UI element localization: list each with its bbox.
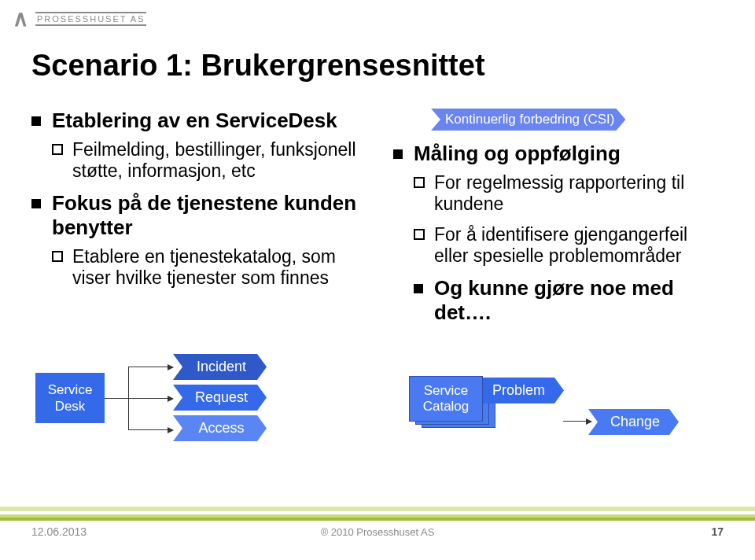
left-bullet-2: Fokus på de tjenestene kunden benytter E… — [31, 191, 362, 289]
right-column: Kontinuerlig forbedring (CSI) Måling og … — [393, 109, 724, 334]
csi-pill: Kontinuerlig forbedring (CSI) — [431, 109, 625, 131]
access-chevron: Access — [173, 415, 267, 441]
connector-to-incident — [128, 367, 173, 367]
right-bullet-1: Måling og oppfølging For regelmessig rap… — [393, 142, 724, 267]
footer-page-number: 17 — [711, 525, 724, 538]
footer-copyright: ® 2010 Prosesshuset AS — [321, 526, 435, 538]
connector-to-access — [128, 429, 173, 430]
process-diagram: ServiceDesk Incident Request Access Serv… — [31, 354, 724, 456]
problem-chevron: Problem — [470, 378, 564, 403]
change-chevron: Change — [588, 409, 679, 435]
left-bullet-2-sub-1: Etablere en tjenestekatalog, som viser h… — [52, 246, 362, 289]
service-catalog-box: ServiceCatalog — [409, 376, 483, 422]
csi-container: Kontinuerlig forbedring (CSI) — [431, 109, 724, 138]
problem-chevron-wrap: Problem — [470, 378, 564, 408]
left-bullet-1-sub-1: Feilmelding, bestillinger, funksjonell s… — [52, 139, 362, 182]
right-bullet-1-sub-1: For regelmessig rapportering til kundene — [414, 172, 724, 215]
incident-chevron: Incident — [173, 354, 267, 380]
connector-problem-change — [563, 421, 591, 422]
left-bullet-1: Etablering av en ServiceDesk Feilmelding… — [31, 109, 362, 182]
left-column: Etablering av en ServiceDesk Feilmelding… — [31, 109, 362, 334]
footer: 12.06.2013 ® 2010 Prosesshuset AS 17 — [0, 516, 755, 538]
footer-date: 12.06.2013 — [31, 525, 87, 538]
left-bullet-2-heading: Fokus på de tjenestene kunden benytter — [52, 191, 356, 239]
connector-to-request — [128, 398, 173, 399]
right-bullet-2-heading: Og kunne gjøre noe med det…. — [434, 276, 674, 324]
brand-logo: ∧ PROSESSHUSET AS — [13, 8, 146, 30]
right-bullet-1-sub-2: For å identifisere gjengangerfeil eller … — [414, 224, 724, 267]
brand-name: PROSESSHUSET AS — [35, 12, 146, 26]
logo-mark-icon: ∧ — [13, 8, 29, 30]
left-bullet-1-heading: Etablering av en ServiceDesk — [52, 109, 337, 132]
request-chevron: Request — [173, 385, 267, 411]
change-chevron-wrap: Change — [588, 409, 679, 440]
slide-title: Scenario 1: Brukergrensesnittet — [31, 49, 485, 83]
right-bullet-1-heading: Måling og oppfølging — [414, 142, 621, 165]
left-chevron-stack: Incident Request Access — [173, 354, 267, 446]
right-bullet-2: Og kunne gjøre noe med det…. — [393, 276, 724, 325]
service-desk-box: ServiceDesk — [35, 373, 105, 423]
connector — [105, 398, 128, 399]
